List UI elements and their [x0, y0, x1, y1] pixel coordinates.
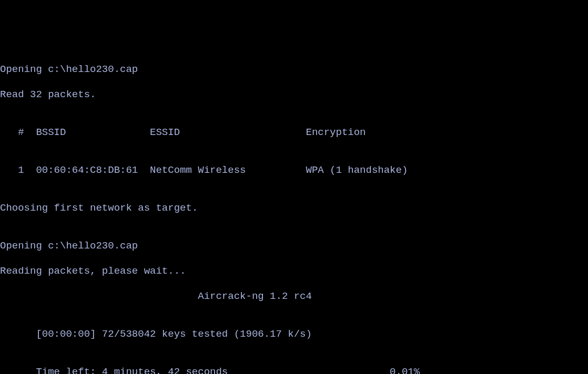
choosing-target-line: Choosing first network as target. [0, 202, 588, 214]
read-packets-line: Read 32 packets. [0, 88, 588, 101]
network-table-header: # BSSID ESSID Encryption [0, 126, 588, 139]
terminal-output: Opening c:\hello230.cap Read 32 packets.… [0, 50, 588, 374]
time-left-line: Time left: 4 minutes, 42 seconds 0.01% [0, 366, 588, 374]
aircrack-title-line: Aircrack-ng 1.2 rc4 [0, 290, 588, 303]
keys-tested-line: [00:00:00] 72/538042 keys tested (1906.1… [0, 328, 588, 340]
opening-file-line: Opening c:\hello230.cap [0, 240, 588, 252]
network-row: 1 00:60:64:C8:DB:61 NetComm Wireless WPA… [0, 164, 588, 176]
reading-packets-line: Reading packets, please wait... [0, 265, 588, 277]
opening-file-line: Opening c:\hello230.cap [0, 63, 588, 76]
